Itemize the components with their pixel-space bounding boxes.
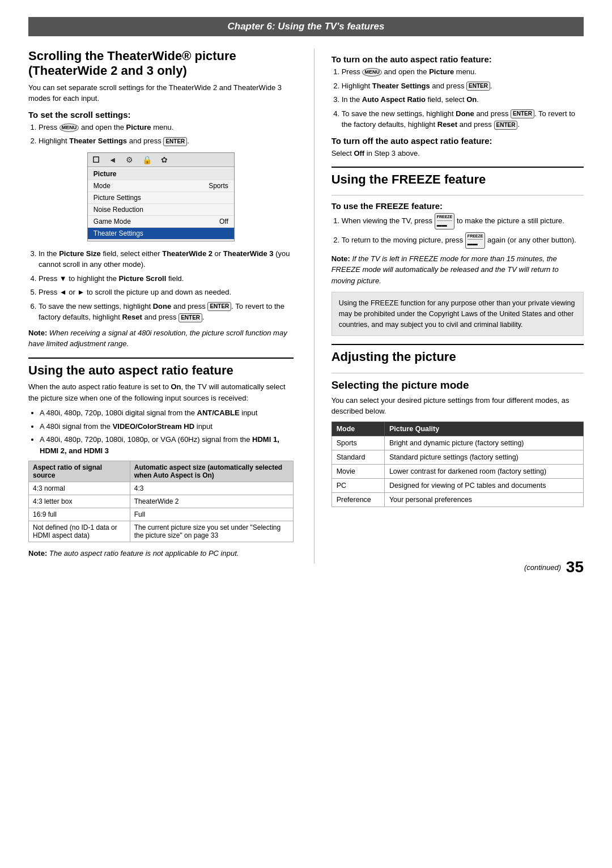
aspect-size-2: TheaterWide 2	[130, 495, 293, 508]
aspect-size-4: The current picture size you set under "…	[130, 521, 293, 542]
mode-movie: Movie	[332, 464, 384, 478]
freeze-subsection-title: To use the FREEZE feature:	[332, 201, 584, 211]
mode-pc: PC	[332, 478, 384, 492]
mode-col-header: Mode	[332, 422, 384, 436]
bullet-video: A 480i signal from the VIDEO/ColorStream…	[40, 421, 294, 432]
turn-on-step-2: Highlight Theater Settings and press ENT…	[342, 80, 584, 92]
scroll-step-4: Press ▼ to highlight the Picture Scroll …	[39, 273, 294, 284]
section1-intro: You can set separate scroll settings for…	[28, 82, 294, 104]
continued-label: (continued)	[524, 563, 561, 572]
aspect-table-header-size: Automatic aspect size (automatically sel…	[130, 461, 293, 482]
picture-mode-intro: You can select your desired picture sett…	[332, 395, 584, 417]
bullet-ant: A 480i, 480p, 720p, 1080i digital signal…	[40, 407, 294, 419]
menu-row-picture-settings: Picture Settings	[88, 192, 234, 204]
menu-icon-time: ✿	[161, 155, 168, 164]
section-adjusting: Adjusting the picture Selecting the pict…	[332, 350, 584, 507]
turn-off-title: To turn off the auto aspect ratio featur…	[332, 136, 584, 146]
section1-title: Scrolling the TheaterWide® picture (Thea…	[28, 49, 294, 79]
mode-row-sports: Sports Bright and dynamic picture (facto…	[332, 436, 583, 450]
adjusting-title: Adjusting the picture	[332, 350, 584, 364]
freeze-title: Using the FREEZE feature	[332, 172, 584, 187]
section-turn-off-auto: To turn off the auto aspect ratio featur…	[332, 136, 584, 159]
menu-mockup: ☐ ◄ ⚙ 🔒 ✿ Picture Mode Sports	[87, 152, 235, 241]
menu-button-2: MENU	[362, 68, 382, 77]
section-divider-2	[332, 167, 584, 168]
chapter-header: Chapter 6: Using the TV's features	[28, 17, 584, 36]
page-number: 35	[566, 558, 584, 576]
scroll-note: Note: When receiving a signal at 480i re…	[28, 327, 294, 350]
quality-pc: Designed for viewing of PC tables and do…	[384, 478, 583, 492]
page: Chapter 6: Using the TV's features Scrol…	[0, 0, 612, 586]
quality-standard: Standard picture settings (factory setti…	[384, 450, 583, 464]
section-divider-3	[332, 344, 584, 345]
enter-button-3: ENTER	[178, 313, 202, 322]
bullet-hdmi: A 480i, 480p, 720p, 1080i, 1080p, or VGA…	[40, 434, 294, 456]
menu-row-theater-settings: Theater Settings	[88, 228, 234, 240]
menu-row-game-mode: Game Mode Off	[88, 216, 234, 228]
menu-icon-picture: ☐	[92, 155, 100, 164]
scroll-steps-list: Press MENU and open the Picture menu. Hi…	[39, 122, 294, 147]
scroll-step-3: In the Picture Size field, select either…	[39, 248, 294, 270]
enter-button-4: ENTER	[466, 82, 490, 91]
turn-on-steps: Press MENU and open the Picture menu. Hi…	[342, 66, 584, 130]
section-turn-on-auto: To turn on the auto aspect ratio feature…	[332, 54, 584, 130]
scroll-step-6: To save the new settings, highlight Done…	[39, 301, 294, 323]
aspect-bullets: A 480i, 480p, 720p, 1080i digital signal…	[40, 407, 294, 456]
mode-row-pc: PC Designed for viewing of PC tables and…	[332, 478, 583, 492]
scroll-step-2: Highlight Theater Settings and press ENT…	[39, 135, 294, 147]
turn-on-step-3: In the Auto Aspect Ratio field, select O…	[342, 94, 584, 105]
freeze-button-2: FREEZE▬▬	[465, 232, 486, 249]
quality-sports: Bright and dynamic picture (factory sett…	[384, 436, 583, 450]
freeze-hr	[332, 195, 584, 195]
aspect-row-3: 16:9 full Full	[29, 508, 294, 521]
turn-on-step-1: Press MENU and open the Picture menu.	[342, 66, 584, 78]
right-column: To turn on the auto aspect ratio feature…	[314, 49, 584, 564]
chapter-title: Chapter 6: Using the TV's features	[227, 21, 384, 32]
two-column-layout: Scrolling the TheaterWide® picture (Thea…	[28, 49, 584, 564]
mode-preference: Preference	[332, 492, 384, 507]
enter-button-6: ENTER	[494, 121, 518, 130]
step1-press: Press	[39, 123, 60, 131]
menu-row-noise-reduction: Noise Reduction	[88, 204, 234, 216]
picture-mode-subtitle: Selecting the picture mode	[332, 379, 584, 392]
turn-on-title: To turn on the auto aspect ratio feature…	[332, 54, 584, 64]
section-auto-aspect: Using the auto aspect ratio feature When…	[28, 363, 294, 559]
freeze-step-1: When viewing the TV, press FREEZE▬▬ to m…	[342, 213, 584, 229]
picture-mode-table: Mode Picture Quality Sports Bright and d…	[332, 422, 584, 507]
aspect-size-3: Full	[130, 508, 293, 521]
scroll-settings-heading: To set the scroll settings:	[28, 110, 294, 120]
quality-preference: Your personal preferences	[384, 492, 583, 507]
enter-button-5: ENTER	[511, 109, 534, 118]
freeze-copyright-box: Using the FREEZE function for any purpos…	[332, 292, 584, 336]
freeze-step-2: To return to the moving picture, press F…	[342, 232, 584, 249]
mode-sports: Sports	[332, 436, 384, 450]
quality-movie: Lower contrast for darkened room (factor…	[384, 464, 583, 478]
aspect-size-1: 4:3	[130, 482, 293, 495]
mode-row-standard: Standard Standard picture settings (fact…	[332, 450, 583, 464]
section2-title: Using the auto aspect ratio feature	[28, 363, 294, 378]
aspect-source-2: 4:3 letter box	[29, 495, 130, 508]
menu-row-picture: Picture	[88, 168, 234, 180]
aspect-source-3: 16:9 full	[29, 508, 130, 521]
menu-row-mode: Mode Sports	[88, 180, 234, 192]
section-scrolling-theaterwide: Scrolling the TheaterWide® picture (Thea…	[28, 49, 294, 350]
scroll-step-1: Press MENU and open the Picture menu.	[39, 122, 294, 133]
freeze-note: Note: If the TV is left in FREEZE mode f…	[332, 253, 584, 287]
mode-row-movie: Movie Lower contrast for darkened room (…	[332, 464, 583, 478]
menu-icon-lock: 🔒	[142, 155, 152, 164]
section2-intro: When the auto aspect ratio feature is se…	[28, 381, 294, 403]
aspect-row-1: 4:3 normal 4:3	[29, 482, 294, 495]
menu-icon-setup: ⚙	[126, 155, 133, 164]
aspect-source-1: 4:3 normal	[29, 482, 130, 495]
turn-on-step-4: To save the new settings, highlight Done…	[342, 108, 584, 130]
aspect-row-2: 4:3 letter box TheaterWide 2	[29, 495, 294, 508]
freeze-steps: When viewing the TV, press FREEZE▬▬ to m…	[342, 213, 584, 248]
step1-open: and open the Picture menu.	[81, 123, 173, 131]
turn-off-text: Select Off in Step 3 above.	[332, 148, 584, 159]
mode-standard: Standard	[332, 450, 384, 464]
aspect-row-4: Not defined (no ID-1 data or HDMI aspect…	[29, 521, 294, 542]
mode-row-preference: Preference Your personal preferences	[332, 492, 583, 507]
enter-button-2: ENTER	[207, 302, 231, 311]
left-column: Scrolling the TheaterWide® picture (Thea…	[28, 49, 294, 564]
section-divider-1	[28, 358, 294, 359]
